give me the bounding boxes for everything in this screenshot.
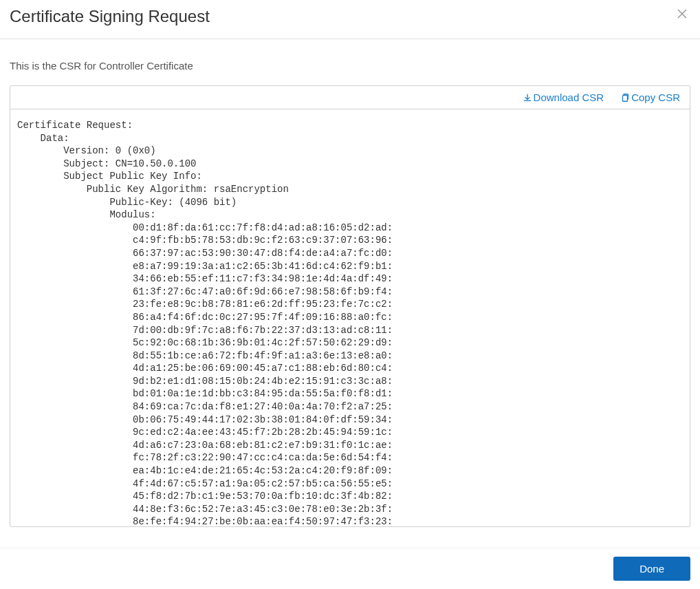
copy-csr-button[interactable]: Copy CSR: [620, 92, 680, 103]
csr-text-content[interactable]: Certificate Request: Data: Version: 0 (0…: [10, 109, 690, 526]
svg-rect-2: [623, 95, 628, 101]
close-button[interactable]: [675, 7, 689, 21]
copy-icon: [620, 93, 630, 103]
dialog-content: This is the CSR for Controller Certifica…: [0, 39, 700, 527]
close-icon: [677, 8, 688, 19]
done-button[interactable]: Done: [613, 557, 690, 581]
copy-csr-label: Copy CSR: [631, 92, 680, 103]
download-csr-button[interactable]: Download CSR: [523, 92, 604, 103]
csr-toolbar: Download CSR Copy CSR: [10, 86, 690, 109]
csr-description: This is the CSR for Controller Certifica…: [10, 60, 690, 72]
csr-container: Download CSR Copy CSR Certificate Reques…: [10, 85, 690, 527]
dialog-title: Certificate Signing Request: [10, 7, 690, 26]
dialog-header: Certificate Signing Request: [0, 0, 700, 39]
download-csr-label: Download CSR: [534, 92, 604, 103]
download-icon: [523, 93, 532, 103]
dialog-footer: Done: [0, 548, 700, 589]
